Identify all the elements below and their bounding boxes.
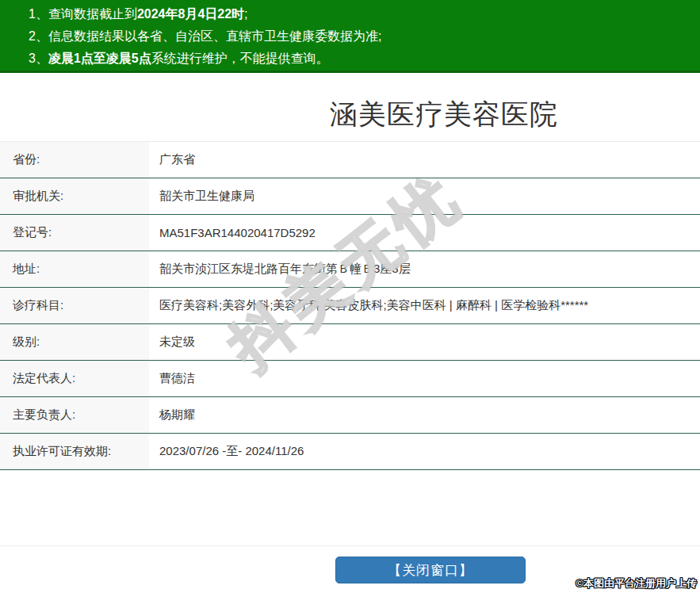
row-value: 医疗美容科;美容外科;美容牙科;美容皮肤科;美容中医科 | 麻醉科 | 医学检验… (149, 288, 700, 323)
notice-line: 1、查询数据截止到2024年8月4日22时; (29, 3, 692, 25)
notice-line: 3、凌晨1点至凌晨5点系统进行维护，不能提供查询。 (29, 48, 692, 70)
close-window-button[interactable]: 【关闭窗口】 (335, 557, 526, 583)
row-value: MA51F3AR144020417D5292 (149, 215, 700, 251)
table-row: 执业许可证有效期: 2023/07/26 -至- 2024/11/26 (0, 434, 700, 470)
notice-line-bold: 凌晨1点至凌晨5点 (48, 52, 151, 65)
table-row: 诊疗科目: 医疗美容科;美容外科;美容牙科;美容皮肤科;美容中医科 | 麻醉科 … (0, 288, 700, 324)
row-label: 地址: (0, 251, 149, 287)
table-row: 审批机关: 韶关市卫生健康局 (0, 178, 700, 215)
notice-line-text: 查询数据截止到 (48, 7, 137, 21)
row-label: 执业许可证有效期: (0, 434, 149, 469)
row-label: 省份: (0, 142, 149, 178)
notice-line-text: 系统进行维护，不能提供查询。 (151, 52, 329, 65)
table-row: 登记号: MA51F3AR144020417D5292 (0, 215, 700, 251)
table-row: 省份: 广东省 (0, 142, 700, 178)
row-value: 韶关市卫生健康局 (149, 178, 700, 214)
table-row: 主要负责人: 杨期耀 (0, 397, 700, 434)
row-value: 曹德洁 (149, 361, 700, 396)
row-label: 审批机关: (0, 178, 149, 214)
table-row: 地址: 韶关市浈江区东堤北路百年东街第Ｂ幢Ｂ3座3层 (0, 251, 700, 288)
notice-line-number: 2、 (29, 29, 48, 43)
title-container: 涵美医疗美容医院 (0, 95, 700, 133)
notice-line: 2、信息数据结果以各省、自治区、直辖市卫生健康委数据为准; (29, 25, 692, 48)
table-row: 法定代表人: 曹德洁 (0, 361, 700, 397)
notice-line-text: ; (244, 7, 247, 21)
row-value: 广东省 (149, 142, 700, 178)
notice-line-number: 3、 (29, 52, 48, 65)
notice-line-bold: 2024年8月4日22时 (137, 7, 244, 21)
row-label: 诊疗科目: (0, 288, 149, 323)
row-label: 法定代表人: (0, 361, 149, 396)
notice-line-text: 信息数据结果以各省、自治区、直辖市卫生健康委数据为准; (48, 29, 381, 43)
row-value: 韶关市浈江区东堤北路百年东街第Ｂ幢Ｂ3座3层 (149, 251, 700, 287)
row-value: 杨期耀 (149, 397, 700, 433)
content-spacer (0, 470, 700, 545)
row-value: 2023/07/26 -至- 2024/11/26 (149, 434, 700, 469)
notice-banner: 1、查询数据截止到2024年8月4日22时; 2、信息数据结果以各省、自治区、直… (0, 0, 700, 73)
row-label: 级别: (0, 324, 149, 360)
row-value: 未定级 (149, 324, 700, 360)
info-table: 省份: 广东省 审批机关: 韶关市卫生健康局 登记号: MA51F3AR1440… (0, 141, 700, 470)
page-title: 涵美医疗美容医院 (0, 95, 700, 133)
table-row: 级别: 未定级 (0, 324, 700, 361)
row-label: 主要负责人: (0, 397, 149, 433)
notice-line-number: 1、 (29, 7, 48, 21)
copyright-watermark: ©本图由平台注册用户上传 (576, 576, 697, 591)
row-label: 登记号: (0, 215, 149, 251)
